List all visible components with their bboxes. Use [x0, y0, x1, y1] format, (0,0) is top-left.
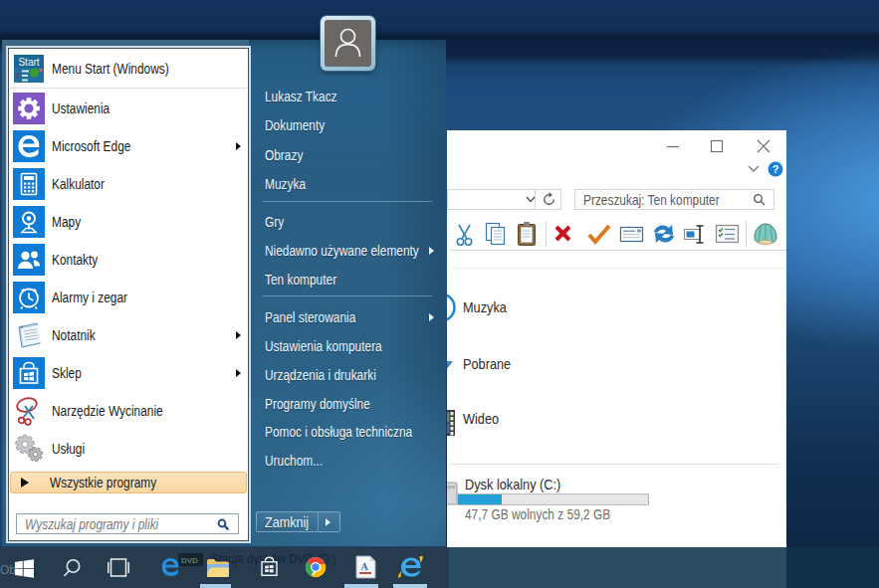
svg-text:Start: Start	[18, 57, 39, 68]
svg-text:A: A	[360, 561, 368, 572]
